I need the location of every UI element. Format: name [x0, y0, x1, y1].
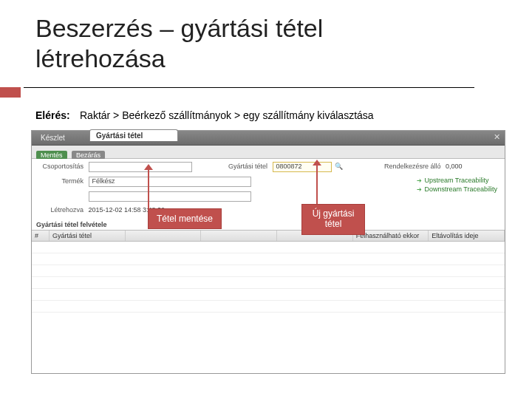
- field-created-label: Létrehozva: [39, 206, 83, 214]
- arrow-head-1: [144, 164, 153, 170]
- col-3[interactable]: [201, 231, 277, 241]
- table-row[interactable]: [32, 253, 505, 265]
- field-group-label: Csoportosítás: [39, 163, 83, 170]
- close-icon[interactable]: ✕: [491, 132, 502, 143]
- accent-bar: [0, 87, 21, 98]
- field-lot-label: Gyártási tétel: [216, 163, 267, 170]
- arrow-head-2: [313, 160, 321, 166]
- callout-save-item: Tétel mentése: [148, 208, 222, 229]
- access-label: Elérés:: [35, 109, 70, 121]
- field-avail-label: Rendelkezésre álló: [367, 163, 441, 170]
- grid-section-title: Gyártási tétel felvétele: [36, 221, 107, 228]
- tab-stock[interactable]: Készlet: [35, 132, 71, 143]
- col-2[interactable]: [126, 231, 202, 241]
- slide-title-line2: létrehozása: [35, 44, 166, 72]
- field-product-label: Termék: [39, 177, 83, 185]
- slide-title-line1: Beszerzés – gyártási tétel: [35, 14, 323, 42]
- col-num[interactable]: #: [32, 231, 50, 241]
- arrow-line-1: [148, 168, 149, 210]
- table-row[interactable]: [32, 289, 505, 301]
- col-remove[interactable]: Eltávolítás ideje: [429, 231, 505, 241]
- link-upstream-traceability[interactable]: Upstream Traceability: [417, 177, 497, 184]
- app-window: Készlet Gyártási tétel ✕ Mentés Bezárás …: [31, 130, 505, 374]
- form-body: Csoportosítás Gyártási tétel 0800872 🔍 R…: [32, 159, 505, 373]
- grid-header: # Gyártási tétel Felhasználható ekkor El…: [32, 230, 505, 242]
- toolbar: Mentés Bezárás: [32, 146, 505, 159]
- field-lot-input[interactable]: 0800872: [273, 162, 332, 172]
- callout-new-item: Új gyártási tétel: [301, 204, 365, 235]
- search-icon[interactable]: 🔍: [335, 163, 343, 170]
- table-row[interactable]: [32, 242, 505, 253]
- field-empty-input[interactable]: [89, 191, 251, 202]
- title-underline: [24, 87, 474, 88]
- table-row[interactable]: [32, 301, 505, 313]
- tab-production-lot[interactable]: Gyártási tétel: [89, 129, 178, 141]
- col-lot[interactable]: Gyártási tétel: [50, 231, 126, 241]
- field-avail-value: 0,000: [446, 163, 463, 170]
- table-row[interactable]: [32, 277, 505, 289]
- field-product-input[interactable]: Félkész: [89, 177, 251, 187]
- table-row[interactable]: [32, 265, 505, 277]
- window-header: Készlet Gyártási tétel ✕: [32, 131, 505, 146]
- field-group-input[interactable]: [89, 162, 192, 172]
- access-path: Raktár > Beérkező szállítmányok > egy sz…: [80, 109, 374, 121]
- arrow-line-2: [316, 164, 318, 205]
